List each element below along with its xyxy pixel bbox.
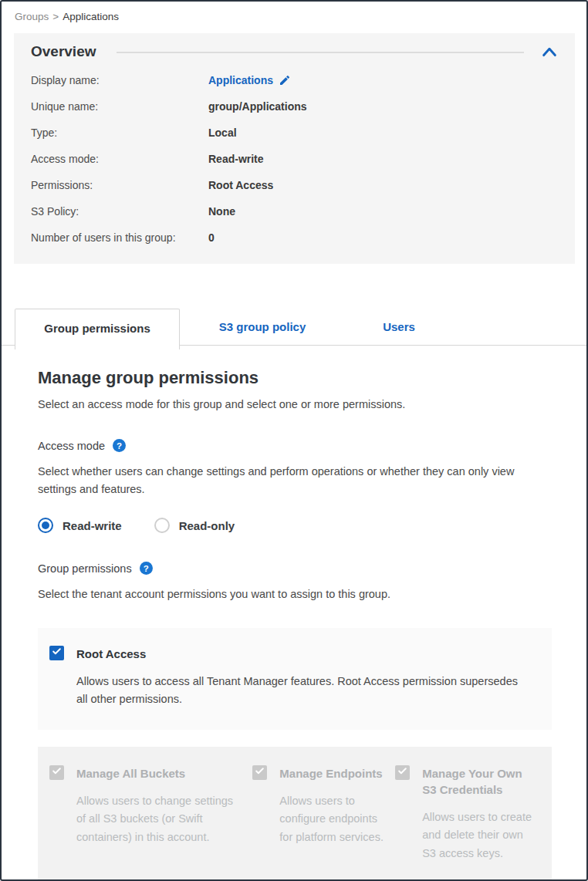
group-detail-page: Groups>Applications Overview Display nam… <box>0 0 588 881</box>
root-access-row: Root Access <box>49 646 540 662</box>
check-icon <box>52 646 62 660</box>
overview-field-type: Type: Local <box>31 127 558 139</box>
overview-field-access-mode: Access mode: Read-write <box>31 153 558 165</box>
check-icon <box>397 765 407 779</box>
question-mark-icon: ? <box>117 441 122 451</box>
overview-title: Overview <box>31 43 96 60</box>
access-mode-section-label: Access mode ? <box>38 439 552 452</box>
access-mode-label: Access mode <box>38 440 105 452</box>
check-icon <box>255 765 265 779</box>
breadcrumb-groups-link[interactable]: Groups <box>15 11 49 22</box>
field-label: Access mode: <box>31 153 208 165</box>
root-access-panel: Root Access Allows users to access all T… <box>38 628 552 730</box>
access-mode-description: Select whether users can change settings… <box>38 463 552 498</box>
field-label: Permissions: <box>31 179 208 191</box>
radio-selected-icon[interactable] <box>38 518 53 533</box>
field-label: S3 Policy: <box>31 205 208 218</box>
field-label: Number of users in this group: <box>31 231 208 244</box>
manage-all-buckets-label: Manage All Buckets <box>76 765 185 781</box>
chevron-up-icon <box>541 49 558 60</box>
breadcrumb: Groups>Applications <box>2 2 586 22</box>
radio-read-write-label: Read-write <box>63 519 122 532</box>
field-label: Display name: <box>31 74 208 86</box>
overview-field-permissions: Permissions: Root Access <box>31 179 558 191</box>
group-permissions-description: Select the tenant account permissions yo… <box>38 586 552 603</box>
field-value: Local <box>208 127 237 139</box>
manage-endpoints-description: Allows users to configure endpoints for … <box>279 792 389 846</box>
pencil-icon <box>279 77 291 89</box>
permission-manage-endpoints: Manage Endpoints Allows users to configu… <box>252 765 395 862</box>
manage-own-s3-credentials-label: Manage Your Own S3 Credentials <box>422 765 534 798</box>
breadcrumb-current: Applications <box>63 11 119 22</box>
field-value: Applications <box>208 74 291 86</box>
page-title: Manage group permissions <box>38 368 552 388</box>
collapse-overview-button[interactable] <box>541 46 558 58</box>
tab-content: Manage group permissions Select an acces… <box>2 368 586 881</box>
group-permissions-help-button[interactable]: ? <box>140 562 153 575</box>
field-value: group/Applications <box>208 100 307 113</box>
field-label: Unique name: <box>31 100 208 113</box>
permission-row: Manage Your Own S3 Credentials <box>395 765 540 798</box>
access-mode-help-button[interactable]: ? <box>113 439 126 452</box>
radio-read-only-label: Read-only <box>179 519 235 532</box>
page-subtitle: Select an access mode for this group and… <box>38 398 552 410</box>
overview-header: Overview <box>31 43 558 60</box>
manage-all-buckets-description: Allows users to change settings of all S… <box>76 792 245 846</box>
check-icon <box>52 765 62 779</box>
tab-users[interactable]: Users <box>345 309 453 345</box>
overview-divider <box>117 52 525 53</box>
field-value: Read-write <box>208 153 264 165</box>
field-value: Root Access <box>208 179 273 191</box>
group-permissions-section-label: Group permissions ? <box>38 562 552 575</box>
tab-bar: Group permissions S3 group policy Users <box>2 305 586 346</box>
root-access-label[interactable]: Root Access <box>76 646 146 662</box>
permission-manage-all-buckets: Manage All Buckets Allows users to chang… <box>49 765 252 862</box>
manage-own-s3-credentials-checkbox-disabled <box>395 765 410 780</box>
edit-display-name-button[interactable] <box>279 74 291 86</box>
other-permissions-panel: Manage All Buckets Allows users to chang… <box>38 747 552 881</box>
manage-endpoints-checkbox-disabled <box>252 765 267 780</box>
overview-field-display-name: Display name: Applications <box>31 74 558 86</box>
radio-unselected-icon[interactable] <box>154 518 170 533</box>
permission-row: Manage Endpoints <box>252 765 395 781</box>
radio-read-write[interactable]: Read-write <box>38 518 122 533</box>
breadcrumb-separator: > <box>52 11 59 22</box>
field-label: Type: <box>31 127 208 139</box>
field-value: 0 <box>208 231 215 244</box>
manage-own-s3-credentials-description: Allows users to create and delete their … <box>422 808 539 862</box>
field-value: None <box>208 205 235 218</box>
manage-endpoints-label: Manage Endpoints <box>279 765 382 781</box>
permission-row: Manage All Buckets <box>49 765 252 781</box>
manage-all-buckets-checkbox-disabled <box>49 765 64 780</box>
overview-field-unique-name: Unique name: group/Applications <box>31 100 558 113</box>
overview-field-user-count: Number of users in this group: 0 <box>31 231 558 244</box>
root-access-checkbox[interactable] <box>49 646 64 660</box>
access-mode-radio-group: Read-write Read-only <box>38 518 552 533</box>
group-permissions-label: Group permissions <box>38 562 132 575</box>
display-name-value: Applications <box>208 74 273 86</box>
radio-read-only[interactable]: Read-only <box>154 518 235 533</box>
overview-field-s3-policy: S3 Policy: None <box>31 205 558 218</box>
overview-panel: Overview Display name: Applications Uniq… <box>14 33 575 264</box>
root-access-description: Allows users to access all Tenant Manage… <box>76 673 525 709</box>
tab-s3-group-policy[interactable]: S3 group policy <box>180 309 345 345</box>
permission-manage-own-s3-credentials: Manage Your Own S3 Credentials Allows us… <box>395 765 540 862</box>
question-mark-icon: ? <box>144 564 149 573</box>
tab-group-permissions[interactable]: Group permissions <box>15 309 180 349</box>
